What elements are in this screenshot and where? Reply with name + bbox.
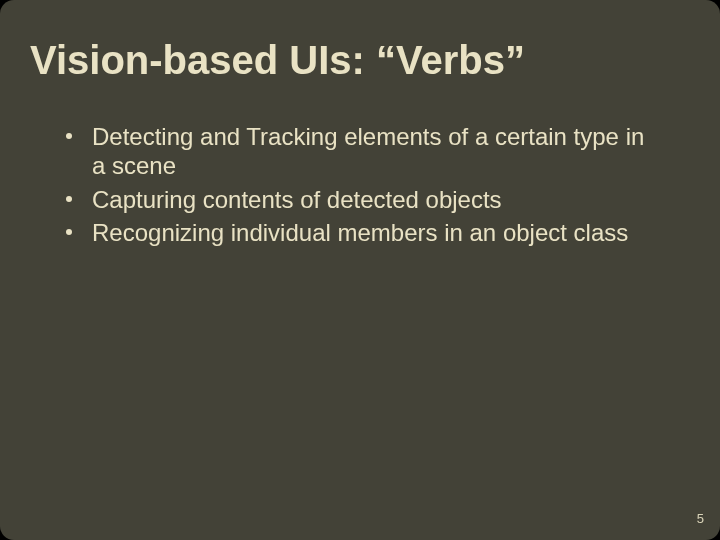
slide-body: Detecting and Tracking elements of a cer… bbox=[60, 122, 650, 251]
slide: Vision-based UIs: “Verbs” Detecting and … bbox=[0, 0, 720, 540]
list-item: Capturing contents of detected objects bbox=[60, 185, 650, 214]
list-item: Detecting and Tracking elements of a cer… bbox=[60, 122, 650, 181]
page-number: 5 bbox=[697, 511, 704, 526]
slide-title: Vision-based UIs: “Verbs” bbox=[30, 38, 525, 83]
bullet-list: Detecting and Tracking elements of a cer… bbox=[60, 122, 650, 247]
list-item: Recognizing individual members in an obj… bbox=[60, 218, 650, 247]
